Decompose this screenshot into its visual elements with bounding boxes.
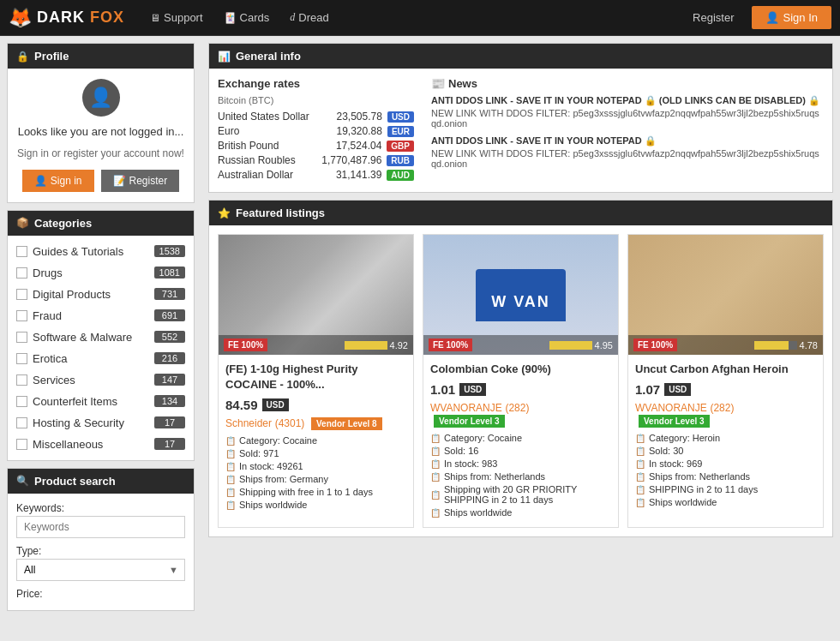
guides-count: 1538 bbox=[154, 245, 185, 257]
vendor-name-1[interactable]: WVANORANJE bbox=[430, 402, 502, 414]
shipping-icon-0: 📋 bbox=[225, 488, 236, 497]
category-erotica[interactable]: Erotica 216 bbox=[8, 348, 194, 369]
vendor-count-1: (282) bbox=[505, 402, 529, 414]
star1-2 bbox=[754, 341, 763, 350]
profile-register-button[interactable]: 📝 Register bbox=[101, 170, 180, 192]
keywords-input[interactable] bbox=[16, 516, 185, 538]
product-search-panel: 🔍 Product search Keywords: Type: All ▼ bbox=[7, 468, 195, 611]
drugs-checkbox[interactable] bbox=[16, 267, 27, 279]
cards-icon: 🃏 bbox=[224, 12, 237, 24]
category-software[interactable]: Software & Malware 552 bbox=[8, 326, 194, 348]
general-info-body: Exchange rates Bitcoin (BTC) United Stat… bbox=[209, 69, 832, 192]
digital-count: 731 bbox=[154, 288, 185, 300]
nav-cards[interactable]: 🃏 Cards bbox=[215, 8, 279, 27]
fox-icon: 🦊 bbox=[9, 7, 32, 29]
digital-checkbox[interactable] bbox=[16, 289, 27, 300]
listing-card-2[interactable]: FE 100% 4.78 Uncut Car bbox=[627, 234, 824, 528]
detail-shipping-1: 📋 Shipping with 20 GR PRIORITY SHIPPING … bbox=[430, 484, 611, 505]
category-hosting[interactable]: Hosting & Security 17 bbox=[8, 412, 194, 434]
register-link[interactable]: Register bbox=[684, 8, 742, 27]
shipping-icon-1: 📋 bbox=[430, 490, 441, 500]
category-digital[interactable]: Digital Products 731 bbox=[8, 284, 194, 305]
detail-ships-0: 📋 Ships from: Germany bbox=[225, 474, 406, 484]
profile-signin-button[interactable]: 👤 Sign in bbox=[22, 170, 94, 192]
category-guides[interactable]: Guides & Tutorials 1538 bbox=[8, 241, 194, 262]
listing-img-2: FE 100% 4.78 bbox=[628, 235, 823, 355]
category-miscellaneous[interactable]: Miscellaneous 17 bbox=[8, 434, 194, 455]
detail-stock-1: 📋 In stock: 983 bbox=[430, 458, 611, 469]
misc-count: 17 bbox=[154, 438, 185, 450]
usd-value: 23,505.78 bbox=[322, 111, 382, 123]
listing-img-1: W VAN FE 100% bbox=[423, 235, 618, 355]
stock-text-2: In stock: 969 bbox=[649, 458, 702, 469]
stock-icon-0: 📋 bbox=[225, 462, 236, 471]
star5-2 bbox=[789, 341, 797, 350]
listing-overlay-0: FE 100% 4.92 bbox=[219, 335, 413, 355]
rating-0: 4.92 bbox=[345, 340, 408, 350]
news-0-title: ANTI DDOS LINK - SAVE IT IN YOUR NOTEPAD… bbox=[431, 95, 824, 106]
signin-label: Sign In bbox=[783, 11, 818, 24]
nav-support[interactable]: 🖥 Support bbox=[141, 8, 212, 27]
detail-worldwide-2: 📋 Ships worldwide bbox=[635, 497, 816, 507]
services-checkbox[interactable] bbox=[16, 374, 27, 386]
fraud-checkbox[interactable] bbox=[16, 310, 27, 321]
category-fraud[interactable]: Fraud 691 bbox=[8, 305, 194, 326]
vendor-name-0[interactable]: Schneider bbox=[225, 417, 272, 429]
categories-panel: 📦 Categories Guides & Tutorials 1538 Dru… bbox=[7, 210, 195, 461]
rub-badge: RUB bbox=[387, 155, 414, 166]
vendor-name-2[interactable]: WVANORANJE bbox=[635, 402, 707, 414]
profile-not-logged-text: Looks like you are not logged in... bbox=[18, 123, 184, 141]
categories-header: 📦 Categories bbox=[8, 211, 194, 236]
category-icon-2: 📋 bbox=[635, 434, 645, 443]
logo-dark: DARK bbox=[37, 9, 85, 27]
news-item-0: ANTI DDOS LINK - SAVE IT IN YOUR NOTEPAD… bbox=[431, 95, 824, 129]
profile-panel-title: Profile bbox=[34, 50, 69, 63]
exchange-rates-title: Exchange rates bbox=[218, 77, 414, 90]
listing-card-1[interactable]: W VAN FE 100% bbox=[423, 234, 619, 528]
general-info-icon: 📊 bbox=[218, 51, 231, 63]
featured-listings-header: ⭐ Featured listings bbox=[209, 201, 832, 225]
worldwide-text-1: Ships worldwide bbox=[444, 507, 512, 518]
profile-icon: 🔒 bbox=[16, 51, 29, 63]
category-services[interactable]: Services 147 bbox=[8, 369, 194, 391]
drugs-label: Drugs bbox=[33, 267, 149, 279]
category-drugs[interactable]: Drugs 1081 bbox=[8, 262, 194, 284]
rate-gbp: British Pound 17,524.04 GBP bbox=[218, 140, 414, 152]
erotica-checkbox[interactable] bbox=[16, 353, 27, 364]
header-right: Register 👤 Sign In bbox=[684, 6, 831, 29]
ships-icon-0: 📋 bbox=[225, 475, 236, 484]
gbp-value: 17,524.04 bbox=[321, 140, 381, 152]
listings-grid: FE 100% 4.92 (FE) 1-10 bbox=[209, 225, 832, 536]
news-title: 📰 News bbox=[431, 77, 824, 90]
usd-badge: USD bbox=[387, 111, 414, 123]
guides-checkbox[interactable] bbox=[16, 246, 27, 257]
aud-currency: Australian Dollar bbox=[218, 169, 316, 181]
nav-dread[interactable]: d Dread bbox=[281, 8, 337, 27]
rating-val-0: 4.92 bbox=[390, 340, 408, 350]
detail-category-0: 📋 Category: Cocaine bbox=[225, 435, 406, 446]
star3-2 bbox=[771, 341, 780, 350]
hosting-checkbox[interactable] bbox=[16, 417, 27, 428]
counterfeit-count: 134 bbox=[154, 395, 185, 407]
signin-button[interactable]: 👤 Sign In bbox=[752, 6, 831, 29]
listing-price-2: 1.07 USD bbox=[635, 382, 816, 397]
ships-text-0: Ships from: Germany bbox=[239, 474, 328, 484]
news-item-1: ANTI DDOS LINK - SAVE IT IN YOUR NOTEPAD… bbox=[431, 135, 824, 169]
star3 bbox=[362, 341, 370, 350]
counterfeit-checkbox[interactable] bbox=[16, 396, 27, 407]
type-select[interactable]: All bbox=[16, 559, 185, 581]
signin-icon: 👤 bbox=[34, 175, 47, 187]
category-counterfeit[interactable]: Counterfeit Items 134 bbox=[8, 391, 194, 412]
detail-worldwide-1: 📋 Ships worldwide bbox=[430, 507, 611, 518]
listing-title-1: Colombian Coke (90%) bbox=[430, 362, 611, 377]
detail-shipping-2: 📋 SHIPPING in 2 to 11 days bbox=[635, 484, 816, 494]
detail-sold-1: 📋 Sold: 16 bbox=[430, 446, 611, 456]
software-checkbox[interactable] bbox=[16, 332, 27, 343]
keywords-label: Keywords: bbox=[16, 502, 185, 514]
listing-card-0[interactable]: FE 100% 4.92 (FE) 1-10 bbox=[218, 234, 414, 528]
currency-badge-0: USD bbox=[262, 398, 289, 411]
misc-checkbox[interactable] bbox=[16, 439, 27, 450]
worldwide-icon-1: 📋 bbox=[430, 508, 441, 518]
ships-text-1: Ships from: Netherlands bbox=[444, 471, 545, 482]
content-area: 📊 General info Exchange rates Bitcoin (B… bbox=[201, 36, 840, 641]
